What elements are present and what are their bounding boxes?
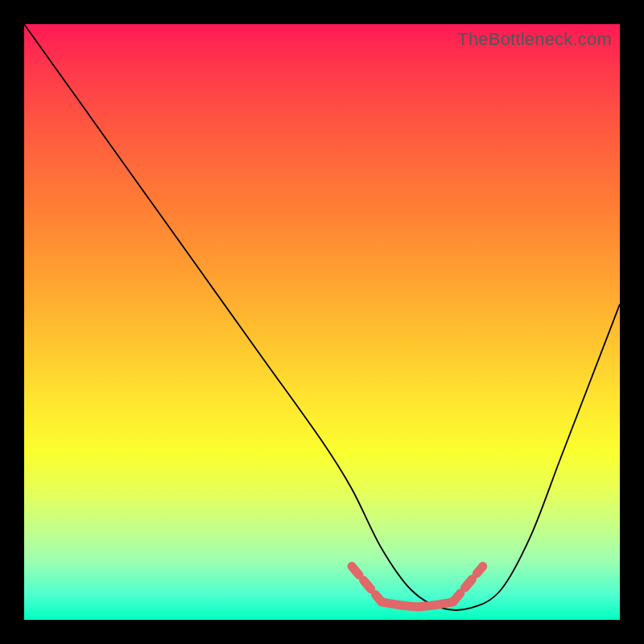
chart-svg — [24, 24, 620, 620]
plot-group — [24, 24, 620, 610]
optimal-right-dash — [453, 566, 483, 601]
chart-frame: TheBottleneck.com — [24, 24, 620, 620]
curve-main — [24, 24, 620, 610]
optimal-segment — [382, 602, 453, 607]
optimal-left-dash — [352, 566, 382, 601]
